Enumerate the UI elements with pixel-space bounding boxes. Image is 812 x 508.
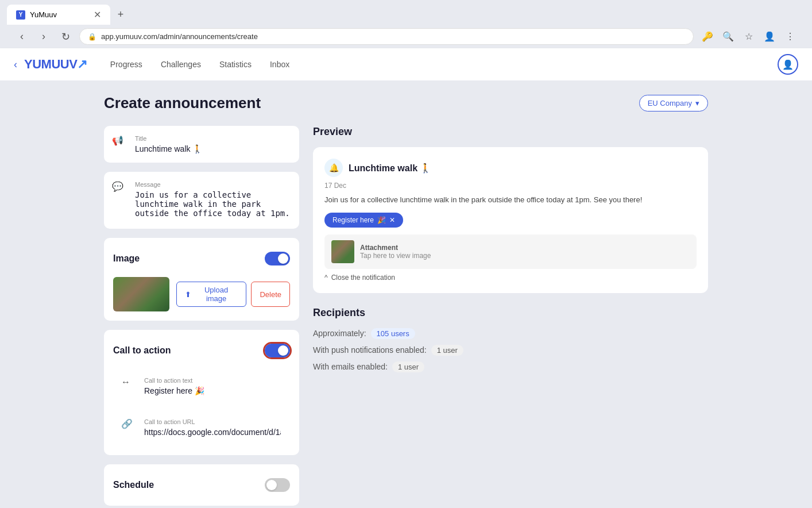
preview-collapse-button[interactable]: ^ Close the notification — [324, 274, 697, 282]
cta-text: Register here — [332, 216, 374, 224]
cta-url-icon: 🔗 — [121, 418, 133, 429]
email-enabled-row: With emails enabled: 1 user — [313, 361, 708, 372]
refresh-button[interactable]: ↻ — [57, 29, 74, 45]
browser-chrome: Y YuMuuv ✕ + ‹ › ↻ 🔒 app.yumuuv.com/admi… — [0, 0, 812, 48]
preview-attachment: Attachment Tap here to view image — [324, 234, 697, 269]
nav-link-inbox[interactable]: Inbox — [270, 57, 289, 71]
browser-actions: 🔑 🔍 ☆ 👤 ⋮ — [699, 29, 798, 45]
forward-button[interactable]: › — [36, 29, 52, 45]
cta-url-input[interactable] — [144, 428, 281, 437]
push-enabled-row: With push notifications enabled: 1 user — [313, 345, 708, 356]
main-layout: 📢 Title 💬 Message — [104, 126, 708, 508]
nav-link-challenges[interactable]: Challenges — [161, 57, 201, 71]
preview-cta-button[interactable]: Register here 🎉 ✕ — [324, 213, 403, 228]
cta-text-field: ↔ Call to action text — [113, 368, 290, 405]
tab-close-button[interactable]: ✕ — [94, 9, 101, 20]
email-enabled-value: 1 user — [392, 361, 424, 372]
collapse-chevron-icon: ^ — [324, 274, 328, 282]
company-selector[interactable]: EU Company ▾ — [639, 95, 708, 111]
schedule-toggle-row: Schedule — [113, 474, 290, 497]
upload-label: Upload image — [195, 286, 238, 303]
image-section-label: Image — [113, 253, 140, 264]
cta-url-field: 🔗 Call to action URL — [113, 409, 290, 446]
nav-link-progress[interactable]: Progress — [110, 57, 142, 71]
push-enabled-label: With push notifications enabled: — [313, 345, 427, 355]
delete-image-button[interactable]: Delete — [251, 282, 290, 307]
logo-arrow: ↗ — [77, 57, 87, 71]
cta-close-icon: ✕ — [389, 216, 395, 224]
image-preview-inner — [113, 277, 169, 311]
approximately-label: Approximately: — [313, 329, 366, 338]
user-avatar[interactable]: 👤 — [778, 54, 798, 75]
nav-back-button[interactable]: ‹ — [14, 59, 17, 71]
nav-link-statistics[interactable]: Statistics — [219, 57, 252, 71]
app-navigation: ‹ YUMUUV↗ Progress Challenges Statistics… — [0, 48, 812, 80]
email-enabled-label: With emails enabled: — [313, 362, 388, 371]
image-container: ⬆ Upload image Delete — [113, 277, 290, 311]
cta-section: Call to action ↔ Call to action text — [104, 330, 299, 455]
preview-notification-icon: 🔔 — [324, 159, 343, 177]
page-content: Create announcement EU Company ▾ 📢 Title — [90, 80, 722, 508]
new-tab-button[interactable]: + — [113, 7, 129, 23]
title-label: Title — [135, 135, 290, 142]
attachment-thumbnail-inner — [331, 240, 354, 263]
tab-title: YuMuuv — [30, 10, 57, 19]
upload-icon: ⬆ — [185, 290, 191, 299]
attachment-thumbnail — [331, 240, 354, 263]
message-icon: 💬 — [112, 181, 123, 192]
back-button[interactable]: ‹ — [14, 29, 30, 45]
app-logo: YUMUUV↗ — [24, 57, 87, 72]
browser-tabs: Y YuMuuv ✕ + — [7, 5, 805, 25]
preview-message: Join us for a collective lunchtime walk … — [324, 194, 697, 206]
title-field: 📢 Title — [104, 126, 299, 163]
bookmark-icon[interactable]: ☆ — [741, 29, 757, 45]
approximately-row: Approximately: 105 users — [313, 328, 708, 339]
image-toggle-row: Image — [113, 247, 290, 270]
message-label: Message — [135, 181, 290, 188]
preview-title: Preview — [313, 126, 708, 138]
preview-card: 🔔 Lunchtime walk 🚶 17 Dec Join us for a … — [313, 147, 708, 293]
right-panel: Preview 🔔 Lunchtime walk 🚶 17 Dec Join u… — [313, 126, 708, 508]
attachment-title: Attachment — [360, 244, 431, 252]
attachment-info: Attachment Tap here to view image — [360, 244, 431, 260]
chevron-down-icon: ▾ — [695, 99, 699, 107]
image-toggle[interactable] — [265, 252, 290, 265]
cta-label: Call to action — [113, 345, 171, 356]
message-field: 💬 Message — [104, 172, 299, 229]
title-icon: 📢 — [112, 135, 123, 146]
profile-icon[interactable]: 👤 — [761, 29, 778, 45]
schedule-section: Schedule — [104, 464, 299, 506]
cta-text-icon: ↔ — [121, 377, 130, 387]
cta-text-input[interactable] — [144, 386, 281, 395]
cta-text-label: Call to action text — [144, 377, 281, 384]
page-title: Create announcement — [104, 94, 261, 112]
image-section: Image ⬆ Upload image — [104, 238, 299, 321]
tab-favicon: Y — [16, 10, 25, 20]
recipients-section: Recipients Approximately: 105 users With… — [313, 307, 708, 372]
url-text: app.yumuuv.com/admin/announcements/creat… — [101, 32, 258, 41]
image-actions: ⬆ Upload image Delete — [176, 282, 290, 307]
message-input[interactable] — [135, 190, 290, 218]
nav-links: Progress Challenges Statistics Inbox — [110, 57, 289, 71]
cta-url-label: Call to action URL — [144, 418, 281, 425]
recipients-title: Recipients — [313, 307, 708, 319]
schedule-toggle[interactable] — [265, 478, 290, 492]
attachment-subtitle: Tap here to view image — [360, 252, 431, 260]
cta-emoji: 🎉 — [377, 216, 386, 224]
title-input[interactable] — [135, 144, 290, 153]
company-name: EU Company — [648, 99, 692, 107]
image-preview — [113, 277, 169, 311]
address-bar[interactable]: 🔒 app.yumuuv.com/admin/announcements/cre… — [79, 28, 694, 45]
left-panel: 📢 Title 💬 Message — [104, 126, 299, 508]
menu-icon[interactable]: ⋮ — [782, 29, 798, 45]
preview-notification-title: Lunchtime walk 🚶 — [349, 163, 431, 174]
approximately-value: 105 users — [371, 328, 415, 339]
active-tab[interactable]: Y YuMuuv ✕ — [7, 5, 110, 25]
cta-toggle-row: Call to action — [113, 339, 290, 362]
cta-toggle[interactable] — [265, 344, 290, 357]
password-icon[interactable]: 🔑 — [699, 29, 716, 45]
app-wrapper: Create announcement EU Company ▾ 📢 Title — [0, 80, 812, 508]
upload-image-button[interactable]: ⬆ Upload image — [176, 282, 247, 307]
collapse-label: Close the notification — [331, 274, 395, 282]
zoom-icon[interactable]: 🔍 — [720, 29, 736, 45]
